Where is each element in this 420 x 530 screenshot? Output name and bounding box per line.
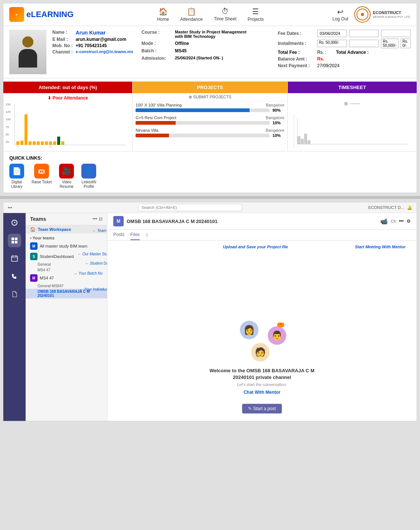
- welcome-title: Welcome to the OMSB 168 BASAVARAJA C M 2…: [206, 367, 318, 381]
- econstruct-subtitle: DESIGN & BUILD PVT. LTD.: [373, 15, 411, 19]
- video-resume-label: VideoResume: [60, 180, 74, 189]
- project-item-2: G+5 Resi Com Project Bangalore 10%: [133, 114, 287, 127]
- email-value: arun.kumar@gmail.com: [76, 37, 134, 42]
- svg-rect-0: [12, 238, 14, 240]
- total-advance-label: Total Advance :: [336, 50, 369, 55]
- econstruct-logo-circle: [354, 6, 371, 23]
- dashboard-panels: Attended: out of days (%) ⬇ Poor Attenda…: [3, 81, 417, 151]
- timesheet-panel: TIMESHEET ⊕ ------: [288, 82, 417, 151]
- teams-icon[interactable]: [8, 234, 21, 247]
- teams-container: Teams ••• ⊟ 🏠 Team Workspace • Your team…: [3, 213, 417, 421]
- calls-icon[interactable]: [8, 269, 21, 283]
- tab-files[interactable]: Files: [130, 230, 140, 240]
- nav-attendance[interactable]: 📋 Attendance: [180, 7, 203, 22]
- teams-top-bar: ••• ECONSTRUCT D... 🔔: [3, 202, 417, 213]
- linkedin-label: LinkedINProfile: [82, 180, 96, 189]
- channel-icon-badge: M: [113, 216, 124, 226]
- channel-omsb[interactable]: OMSB 168 BASAVARAJA C M 20240101: [26, 289, 107, 298]
- timesheet-header: TIMESHEET: [288, 82, 417, 93]
- email-label: E Mail :: [52, 37, 73, 42]
- team-all-master-label: All master study BIM team: [40, 244, 87, 248]
- balance-value: Rs.: [317, 56, 324, 62]
- teams-channel-header: M OMSB 168 BASAVARAJA C M 20240101 📹 Ch …: [107, 213, 417, 230]
- channel-tabs: Posts Files ↑: [107, 230, 417, 241]
- mobile-label: Mob. No :: [52, 43, 73, 48]
- welcome-illustration: 👩 👨 🧑 📍: [238, 321, 286, 361]
- teams-main-content: M OMSB 168 BASAVARAJA C M 20240101 📹 Ch …: [107, 213, 417, 421]
- project2-location: Bangalore: [266, 115, 284, 120]
- svg-rect-1: [15, 238, 17, 240]
- team-student-dashboard[interactable]: S StudentDashboard: [26, 251, 107, 262]
- submit-projects[interactable]: ⊕ SUBMIT PROJECTS: [133, 93, 287, 101]
- calendar-icon[interactable]: [8, 252, 21, 265]
- logout-button[interactable]: ↩ Log Out: [332, 7, 348, 22]
- attendance-label: Attendance: [180, 17, 203, 22]
- mode-label: Mode :: [141, 41, 175, 46]
- nav-items: 🏠 Home 📋 Attendance ⏱ Time Sheet ☰ Proje…: [88, 7, 332, 22]
- channel-settings-icon[interactable]: ⚙: [407, 219, 411, 224]
- profile-photo: [9, 30, 46, 74]
- teams-more-icon[interactable]: •••: [92, 216, 97, 222]
- channel-title: OMSB 168 BASAVARAJA C M 20240101: [127, 219, 218, 224]
- quick-link-video-resume[interactable]: 🎥 VideoResume: [59, 164, 74, 189]
- team-student-icon: S: [30, 253, 38, 260]
- fee-date2-input[interactable]: [349, 30, 379, 37]
- files-icon[interactable]: [8, 287, 21, 301]
- chat-with-mentor-label: Chat With Mentor: [244, 390, 280, 395]
- team-ms447-icon: M: [30, 274, 38, 282]
- quick-link-raise-ticket[interactable]: 🎟 Raise Ticket: [32, 164, 52, 189]
- notification-icon[interactable]: 🔔: [407, 205, 412, 210]
- projects-header: PROJECTS: [133, 82, 287, 93]
- start-post-button[interactable]: ✎ Start a post: [242, 404, 282, 413]
- quick-link-linkedin[interactable]: 👤 LinkedINProfile: [81, 164, 96, 189]
- logo-text: eLEARNING: [26, 10, 74, 19]
- teams-header-actions: ••• ⊟: [92, 216, 102, 222]
- team-workspace[interactable]: 🏠 Team Workspace: [26, 225, 107, 233]
- logo[interactable]: e eLEARNING: [9, 7, 74, 22]
- channel-general-ms[interactable]: General MS847: [26, 283, 107, 289]
- digital-library-label: DigitalLibrary: [11, 180, 23, 189]
- channel-ms447[interactable]: MS4 47: [26, 267, 107, 273]
- activity-icon[interactable]: [8, 216, 21, 229]
- installments-label: Installments :: [278, 41, 315, 46]
- svg-rect-3: [15, 241, 17, 243]
- course-value: Master Study in Project Management with …: [175, 30, 249, 39]
- project1-percent: 90%: [273, 108, 284, 112]
- project-item-1: 100' X 100' Villa Planning Bangalore 90%: [133, 101, 287, 114]
- team-all-master[interactable]: M All master study BIM team: [26, 241, 107, 251]
- teams-filter-icon[interactable]: ⊟: [99, 216, 102, 222]
- total-fee-label: Total Fee :: [278, 50, 315, 55]
- name-value: Arun Kumar: [76, 30, 134, 36]
- fee-info: Fee Dates : Installments : Rs. 50,000/- …: [278, 30, 411, 74]
- home-label: Home: [157, 17, 169, 22]
- mobile-value: +91 705423145: [76, 43, 134, 48]
- channel-more-icon[interactable]: •••: [399, 219, 404, 224]
- channel-general-sd[interactable]: General: [26, 262, 107, 267]
- logo-icon: e: [9, 7, 24, 22]
- timesheet-icon: ⏱: [221, 7, 229, 16]
- navbar: e eLEARNING 🏠 Home 📋 Attendance ⏱ Time S…: [3, 3, 417, 26]
- team-student-label: StudentDashboard: [40, 254, 74, 259]
- batch-label: Batch :: [141, 48, 175, 53]
- team-ms447[interactable]: M MS4 47: [26, 273, 107, 283]
- video-call-icon[interactable]: 📹: [380, 218, 388, 225]
- project2-name: G+5 Resi Com Project: [136, 115, 176, 120]
- teams-dots-menu[interactable]: •••: [8, 205, 12, 210]
- attendance-icon: 📋: [187, 7, 196, 16]
- teams-search-input[interactable]: [138, 204, 242, 211]
- attendance-header: Attended: out of days (%): [3, 82, 132, 93]
- tab-posts[interactable]: Posts: [113, 230, 124, 240]
- projects-label: Projects: [248, 17, 264, 22]
- nav-projects[interactable]: ☰ Projects: [248, 7, 264, 22]
- teams-top-right-area: ECONSTRUCT D... 🔔: [368, 205, 412, 210]
- fee-date3-input[interactable]: [381, 30, 411, 37]
- projects-panel: PROJECTS ⊕ SUBMIT PROJECTS 100' X 100' V…: [133, 82, 288, 151]
- channel-label: Channel :: [52, 49, 73, 55]
- nav-home[interactable]: 🏠 Home: [157, 7, 169, 22]
- fee-date1-input[interactable]: [317, 30, 347, 37]
- mode-value: Offline: [175, 41, 270, 46]
- installment3: Rs. 50,000/-: [381, 39, 398, 48]
- fee-dates-label: Fee Dates :: [278, 31, 315, 36]
- nav-timesheet[interactable]: ⏱ Time Sheet: [214, 7, 237, 22]
- quick-link-digital-library[interactable]: 📄 DigitalLibrary: [9, 164, 24, 189]
